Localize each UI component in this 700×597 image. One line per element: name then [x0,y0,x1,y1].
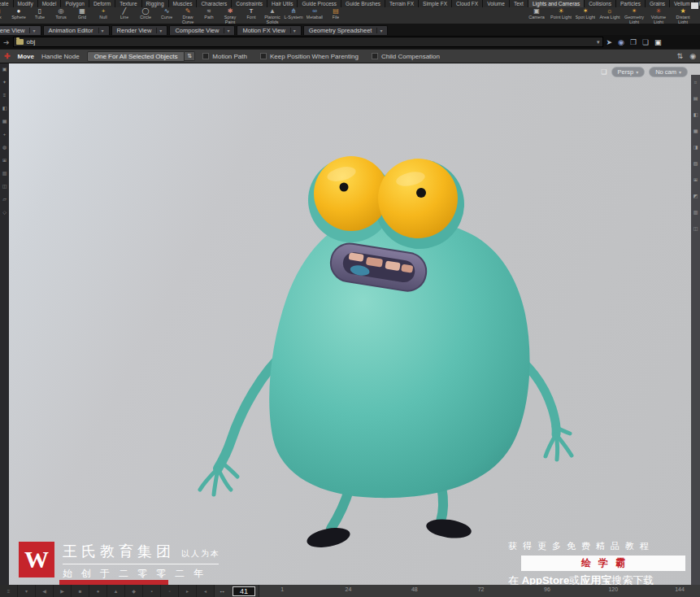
pane-tab[interactable]: Render View ▾ [111,25,168,35]
shelf-tool[interactable]: ✱ Spray Paint [220,7,241,24]
shelf-tool[interactable]: ▢ Box [0,7,8,24]
viewport-display-icon[interactable]: ▦ [693,129,698,133]
pane-tab[interactable]: Scene View ▾ [0,25,41,35]
path-bar-icon[interactable]: ◉ [618,38,624,46]
playbar-button[interactable]: ▶ [54,585,72,597]
chevron-down-icon[interactable]: ▾ [224,28,229,33]
chevron-down-icon[interactable]: ▾ [376,28,382,33]
checkbox-icon[interactable] [260,53,267,59]
pane-tab-add-button[interactable] [691,2,698,9]
pane-tab[interactable]: Composite View ▾ [169,25,235,35]
chevron-down-icon[interactable]: ▾ [597,39,600,46]
shelf-tab[interactable]: Hair Utils [267,0,298,7]
viewport-tool-icon[interactable]: ⊞ [2,158,7,163]
shelf-tool[interactable]: + Null [93,7,114,24]
viewport-display-icon[interactable]: ▧ [693,161,698,166]
viewport-tool-icon[interactable]: ≡ [3,93,7,98]
path-bar-icon[interactable]: ❐ [630,38,637,46]
shelf-tool[interactable]: ● Sphere [8,7,29,24]
shelf-tool[interactable]: ▲ Platonic Solids [262,7,283,24]
shelf-tab[interactable]: Guide Brushes [341,0,385,7]
shelf-tab[interactable]: Polygon [61,0,89,7]
viewport-display-icon[interactable]: ◧ [693,112,698,117]
viewport-tool-icon[interactable]: ✦ [2,80,7,85]
path-bar-icon[interactable]: ❏ [642,38,649,46]
path-bar-icon[interactable]: ▣ [654,38,662,46]
shelf-tab[interactable]: Collisions [585,0,616,7]
shelf-tool[interactable]: ◎ Torus [50,7,72,24]
scene-viewport[interactable]: ▣✦≡◧▦+◍⊞▥◫▱◇ ⌗▤◧▦◨▧⊞◩▥◫ ❏ Persp ▾ No cam… [0,63,700,585]
back-arrow-icon[interactable]: ➔ [3,38,10,46]
shelf-tool[interactable]: ▯ Tube [29,7,50,24]
shelf-tab[interactable]: Guide Process [298,0,341,7]
viewport-tool-icon[interactable]: + [3,132,7,137]
playbar-button[interactable]: ◂ [197,585,215,597]
shelf-tool[interactable]: ☀ Point Light [549,7,573,24]
toolbar-icon[interactable]: ◉ [689,52,696,60]
character-right-eye[interactable] [378,159,458,238]
toolbar-checkbox[interactable]: Child Compensation [372,53,440,60]
snapshot-icon[interactable]: ❏ [601,68,607,76]
viewport-tool-icon[interactable]: ◫ [2,184,7,189]
shelf-tab[interactable]: Volume [483,0,510,7]
pane-tab[interactable]: Geometry Spreadsheet ▾ [303,25,389,35]
shelf-tab[interactable]: Cloud FX [452,0,483,7]
shelf-tab[interactable]: Muscles [169,0,198,7]
shelf-tab[interactable]: Lights and Cameras [528,0,585,7]
shelf-tab[interactable]: Terrain FX [385,0,419,7]
shelf-tool[interactable]: ▤ File [325,7,346,24]
shelf-tool[interactable]: ╱ Line [114,7,135,24]
chevron-down-icon[interactable]: ▾ [156,28,162,33]
viewport-display-icon[interactable]: ◩ [693,194,698,198]
character-model[interactable] [0,63,700,585]
shelf-tool[interactable]: ✳ Volume Light [646,7,671,24]
pane-tab[interactable]: Motion FX View ▾ [237,25,301,35]
playbar-button[interactable]: ▸ [179,585,197,597]
chevron-down-icon[interactable]: ▾ [98,28,104,33]
playbar-button[interactable]: ◆ [125,585,143,597]
viewport-tool-icon[interactable]: ◍ [2,145,7,150]
dropdown-spinner-icon[interactable]: ⇅ [185,51,195,61]
playbar-button[interactable]: ≡ [0,585,18,597]
chevron-down-icon[interactable]: ▾ [29,28,35,33]
viewport-display-icon[interactable]: ◨ [693,145,698,150]
shelf-tool[interactable]: ⋔ L-System [283,7,304,24]
viewport-display-icon[interactable]: ▤ [693,96,698,101]
shelf-tab[interactable]: Deform [89,0,115,7]
viewport-display-icon[interactable]: ◫ [693,226,698,231]
viewport-tool-icon[interactable]: ▥ [2,171,7,176]
viewport-tool-icon[interactable]: ▱ [2,197,7,202]
pane-tab[interactable]: Animation Editor ▾ [43,25,110,35]
viewport-display-icon[interactable]: ⌗ [694,80,697,85]
shelf-tab[interactable]: Constraints [232,0,267,7]
viewport-tool-icon[interactable]: ▣ [2,67,7,72]
shelf-tab[interactable]: Text [510,0,528,7]
playbar-button[interactable]: ▪ [143,585,161,597]
viewport-display-icon[interactable]: ⊞ [693,177,698,182]
path-input[interactable]: obj ▾ [13,37,603,47]
shelf-tab[interactable]: Simple FX [419,0,452,7]
shelf-tool[interactable]: ▦ Grid [72,7,93,24]
playbar-button[interactable]: ▫ [161,585,179,597]
toolbar-checkbox[interactable]: Keep Position When Parenting [260,53,359,60]
playbar-button[interactable]: ◀ [36,585,54,597]
playbar-button[interactable]: ● [89,585,107,597]
shelf-tool[interactable]: ◯ Circle [135,7,156,24]
shelf-tool[interactable]: ★ Distant Light [671,7,695,24]
handle-mode-value[interactable]: One For All Selected Objects [87,51,185,62]
shelf-tab[interactable]: Texture [115,0,141,7]
camera-select-button[interactable]: No cam ▾ [649,67,688,77]
viewport-tool-icon[interactable]: ◧ [2,106,7,111]
viewport-tool-icon[interactable]: ◇ [2,210,7,215]
shelf-tab[interactable]: Model [38,0,62,7]
resize-handle-icon[interactable]: ↔ [215,587,229,595]
shelf-tool[interactable]: ∿ Curve [156,7,177,24]
playbar-button[interactable]: ■ [72,585,89,597]
playbar-button[interactable]: ▾ [18,585,36,597]
toolbar-icon[interactable]: ⇅ [677,52,684,60]
shelf-tool[interactable]: ∞ Metaball [304,7,325,24]
persp-view-button[interactable]: Persp ▾ [611,67,646,77]
shelf-tool[interactable]: T Font [241,7,262,24]
shelf-tool[interactable]: ☼ Area Light [598,7,622,24]
checkbox-icon[interactable] [372,53,378,59]
